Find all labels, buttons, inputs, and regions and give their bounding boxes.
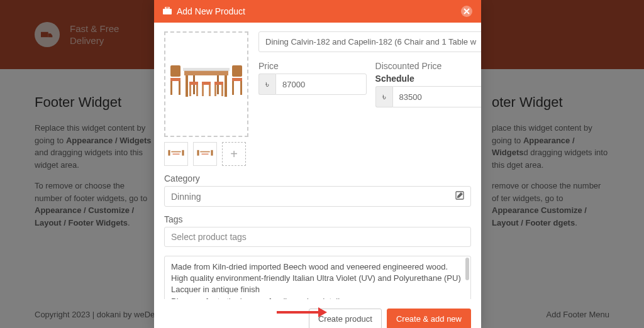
- svg-rect-12: [179, 81, 180, 95]
- svg-rect-10: [170, 78, 180, 81]
- category-select[interactable]: Dinning: [164, 186, 471, 207]
- discounted-label: Discounted Price: [375, 61, 481, 71]
- edit-icon: [455, 191, 464, 202]
- svg-rect-14: [232, 78, 242, 81]
- svg-rect-11: [170, 81, 172, 95]
- close-icon[interactable]: [461, 6, 472, 17]
- svg-rect-4: [183, 68, 230, 71]
- svg-rect-30: [200, 151, 209, 153]
- modal-body: Dining Calvin-182 and Capelin-182 (6 Cha…: [154, 23, 481, 299]
- add-gallery-image[interactable]: +: [222, 142, 246, 166]
- svg-rect-26: [171, 151, 180, 153]
- category-label: Category: [164, 173, 471, 183]
- featured-image-upload[interactable]: [164, 31, 248, 137]
- svg-rect-2: [165, 7, 169, 9]
- svg-rect-32: [211, 150, 213, 156]
- product-title-input[interactable]: Dining Calvin-182 and Capelin-182 (6 Cha…: [258, 31, 481, 52]
- svg-rect-15: [232, 81, 234, 95]
- modal-footer: Create product Create & add new: [154, 299, 481, 328]
- svg-rect-22: [209, 85, 211, 96]
- svg-rect-18: [189, 85, 191, 96]
- gallery-thumb[interactable]: [164, 142, 188, 166]
- svg-rect-24: [214, 85, 216, 96]
- svg-rect-16: [240, 81, 242, 95]
- gallery-thumb[interactable]: [193, 142, 217, 166]
- svg-rect-20: [202, 82, 211, 85]
- svg-rect-5: [186, 75, 188, 97]
- svg-rect-13: [232, 65, 242, 77]
- svg-rect-27: [168, 150, 170, 156]
- svg-rect-33: [202, 154, 209, 155]
- description-textarea[interactable]: Made from Kiln-dried imported Beech wood…: [164, 256, 471, 299]
- tags-label: Tags: [164, 214, 471, 224]
- category-value: Dinning: [171, 192, 201, 202]
- svg-rect-17: [189, 82, 198, 85]
- briefcase-icon: [163, 6, 172, 16]
- discounted-input[interactable]: [392, 86, 481, 107]
- modal-title: Add New Product: [177, 6, 245, 16]
- svg-rect-25: [221, 85, 223, 96]
- svg-rect-31: [197, 150, 199, 156]
- schedule-link[interactable]: Schedule: [375, 74, 481, 84]
- modal-header: Add New Product: [154, 0, 481, 23]
- svg-rect-19: [196, 85, 198, 96]
- price-input[interactable]: [275, 74, 367, 95]
- svg-rect-23: [214, 82, 223, 85]
- create-add-new-button[interactable]: Create & add new: [387, 309, 471, 328]
- svg-rect-21: [202, 85, 204, 96]
- price-label: Price: [258, 61, 367, 71]
- create-product-button[interactable]: Create product: [309, 309, 382, 328]
- description-text: Made from Kiln-dried imported Beech wood…: [171, 261, 464, 299]
- svg-rect-3: [184, 70, 228, 75]
- add-product-modal: Add New Product: [154, 0, 481, 328]
- svg-rect-29: [173, 154, 180, 155]
- svg-rect-28: [182, 150, 184, 156]
- svg-rect-1: [163, 9, 172, 14]
- tags-input[interactable]: Select product tags: [164, 227, 471, 247]
- scrollbar[interactable]: [465, 258, 469, 280]
- currency-symbol: ৳: [375, 86, 392, 107]
- svg-rect-6: [225, 75, 227, 97]
- svg-rect-9: [170, 65, 180, 77]
- currency-symbol: ৳: [258, 74, 275, 95]
